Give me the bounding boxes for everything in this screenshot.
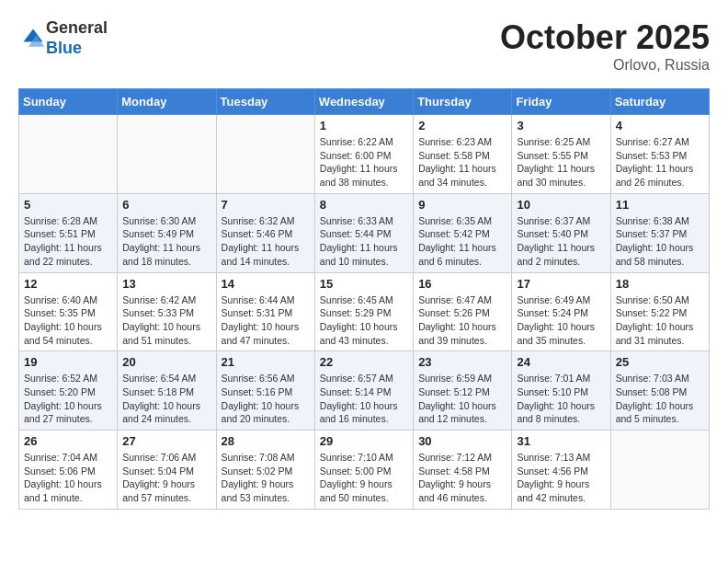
- day-number: 6: [122, 198, 210, 212]
- day-info: Sunrise: 6:56 AM Sunset: 5:16 PM Dayligh…: [222, 372, 310, 426]
- day-info: Sunrise: 6:22 AM Sunset: 6:00 PM Dayligh…: [320, 135, 408, 190]
- day-info: Sunrise: 6:40 AM Sunset: 5:35 PM Dayligh…: [24, 293, 112, 348]
- calendar: SundayMondayTuesdayWednesdayThursdayFrid…: [18, 88, 710, 510]
- week-row-5: 26Sunrise: 7:04 AM Sunset: 5:06 PM Dayli…: [19, 431, 710, 510]
- calendar-cell: [216, 115, 314, 194]
- day-number: 2: [418, 119, 506, 132]
- day-info: Sunrise: 6:37 AM Sunset: 5:40 PM Dayligh…: [517, 214, 605, 269]
- day-number: 26: [24, 434, 112, 448]
- calendar-cell: [19, 115, 118, 194]
- calendar-cell: 23Sunrise: 6:59 AM Sunset: 5:12 PM Dayli…: [414, 351, 512, 431]
- week-row-3: 12Sunrise: 6:40 AM Sunset: 5:35 PM Dayli…: [19, 272, 710, 351]
- day-number: 25: [616, 355, 704, 369]
- calendar-cell: 19Sunrise: 6:52 AM Sunset: 5:20 PM Dayli…: [19, 351, 118, 431]
- day-number: 19: [24, 355, 112, 369]
- day-info: Sunrise: 7:06 AM Sunset: 5:04 PM Dayligh…: [122, 451, 210, 505]
- weekday-header-thursday: Thursday: [414, 89, 512, 115]
- calendar-cell: 29Sunrise: 7:10 AM Sunset: 5:00 PM Dayli…: [314, 431, 413, 510]
- day-info: Sunrise: 6:23 AM Sunset: 5:58 PM Dayligh…: [418, 135, 506, 190]
- day-number: 10: [517, 198, 605, 212]
- week-row-4: 19Sunrise: 6:52 AM Sunset: 5:20 PM Dayli…: [19, 351, 710, 431]
- day-info: Sunrise: 6:25 AM Sunset: 5:55 PM Dayligh…: [517, 135, 605, 190]
- calendar-cell: 25Sunrise: 7:03 AM Sunset: 5:08 PM Dayli…: [610, 351, 709, 431]
- weekday-header-sunday: Sunday: [19, 89, 118, 115]
- day-number: 27: [122, 434, 210, 448]
- calendar-cell: 17Sunrise: 6:49 AM Sunset: 5:24 PM Dayli…: [512, 272, 610, 351]
- calendar-cell: 1Sunrise: 6:22 AM Sunset: 6:00 PM Daylig…: [314, 115, 413, 194]
- day-number: 8: [320, 198, 408, 212]
- week-row-1: 1Sunrise: 6:22 AM Sunset: 6:00 PM Daylig…: [19, 115, 710, 194]
- day-info: Sunrise: 6:44 AM Sunset: 5:31 PM Dayligh…: [222, 293, 310, 348]
- header: General Blue October 2025 Orlovo, Russia: [18, 18, 710, 74]
- location: Orlovo, Russia: [500, 57, 710, 74]
- day-number: 7: [222, 198, 310, 212]
- day-number: 9: [418, 198, 506, 212]
- calendar-cell: [610, 431, 709, 510]
- logo-blue: Blue: [46, 39, 82, 57]
- day-info: Sunrise: 6:50 AM Sunset: 5:22 PM Dayligh…: [616, 293, 704, 348]
- day-number: 30: [418, 434, 506, 448]
- calendar-cell: 4Sunrise: 6:27 AM Sunset: 5:53 PM Daylig…: [610, 115, 709, 194]
- calendar-cell: 16Sunrise: 6:47 AM Sunset: 5:26 PM Dayli…: [414, 272, 512, 351]
- calendar-cell: 3Sunrise: 6:25 AM Sunset: 5:55 PM Daylig…: [512, 115, 610, 194]
- calendar-cell: 10Sunrise: 6:37 AM Sunset: 5:40 PM Dayli…: [512, 193, 610, 272]
- day-info: Sunrise: 6:45 AM Sunset: 5:29 PM Dayligh…: [320, 293, 408, 348]
- day-number: 23: [418, 355, 506, 369]
- calendar-cell: 31Sunrise: 7:13 AM Sunset: 4:56 PM Dayli…: [512, 431, 610, 510]
- day-number: 21: [222, 355, 310, 369]
- logo: General Blue: [18, 18, 108, 58]
- weekday-header-tuesday: Tuesday: [216, 89, 314, 115]
- day-info: Sunrise: 7:13 AM Sunset: 4:56 PM Dayligh…: [517, 451, 605, 505]
- calendar-cell: 30Sunrise: 7:12 AM Sunset: 4:58 PM Dayli…: [414, 431, 512, 510]
- day-number: 1: [320, 119, 408, 132]
- calendar-cell: 8Sunrise: 6:33 AM Sunset: 5:44 PM Daylig…: [314, 193, 413, 272]
- day-info: Sunrise: 7:04 AM Sunset: 5:06 PM Dayligh…: [24, 451, 112, 505]
- day-info: Sunrise: 6:54 AM Sunset: 5:18 PM Dayligh…: [122, 372, 210, 426]
- calendar-cell: 11Sunrise: 6:38 AM Sunset: 5:37 PM Dayli…: [610, 193, 709, 272]
- day-info: Sunrise: 6:52 AM Sunset: 5:20 PM Dayligh…: [24, 372, 112, 426]
- day-info: Sunrise: 6:28 AM Sunset: 5:51 PM Dayligh…: [24, 214, 112, 269]
- day-number: 16: [418, 277, 506, 291]
- day-info: Sunrise: 7:03 AM Sunset: 5:08 PM Dayligh…: [616, 372, 704, 426]
- day-info: Sunrise: 7:08 AM Sunset: 5:02 PM Dayligh…: [222, 451, 310, 505]
- day-info: Sunrise: 6:27 AM Sunset: 5:53 PM Dayligh…: [616, 135, 704, 190]
- weekday-header-wednesday: Wednesday: [314, 89, 413, 115]
- day-info: Sunrise: 6:32 AM Sunset: 5:46 PM Dayligh…: [222, 214, 310, 269]
- day-info: Sunrise: 6:49 AM Sunset: 5:24 PM Dayligh…: [517, 293, 605, 348]
- calendar-cell: 18Sunrise: 6:50 AM Sunset: 5:22 PM Dayli…: [610, 272, 709, 351]
- day-info: Sunrise: 6:47 AM Sunset: 5:26 PM Dayligh…: [418, 293, 506, 348]
- calendar-cell: 24Sunrise: 7:01 AM Sunset: 5:10 PM Dayli…: [512, 351, 610, 431]
- calendar-cell: 15Sunrise: 6:45 AM Sunset: 5:29 PM Dayli…: [314, 272, 413, 351]
- day-number: 4: [616, 119, 704, 132]
- day-number: 14: [222, 277, 310, 291]
- day-number: 24: [517, 355, 605, 369]
- week-row-2: 5Sunrise: 6:28 AM Sunset: 5:51 PM Daylig…: [19, 193, 710, 272]
- day-info: Sunrise: 7:12 AM Sunset: 4:58 PM Dayligh…: [418, 451, 506, 505]
- day-number: 11: [616, 198, 704, 212]
- month-title: October 2025: [500, 18, 710, 57]
- calendar-cell: 7Sunrise: 6:32 AM Sunset: 5:46 PM Daylig…: [216, 193, 314, 272]
- day-number: 5: [24, 198, 112, 212]
- day-number: 22: [320, 355, 408, 369]
- day-info: Sunrise: 6:42 AM Sunset: 5:33 PM Dayligh…: [122, 293, 210, 348]
- weekday-header-monday: Monday: [118, 89, 216, 115]
- logo-general: General: [46, 18, 108, 37]
- day-info: Sunrise: 6:59 AM Sunset: 5:12 PM Dayligh…: [418, 372, 506, 426]
- day-number: 18: [616, 277, 704, 291]
- calendar-cell: 2Sunrise: 6:23 AM Sunset: 5:58 PM Daylig…: [414, 115, 512, 194]
- calendar-cell: 28Sunrise: 7:08 AM Sunset: 5:02 PM Dayli…: [216, 431, 314, 510]
- day-number: 31: [517, 434, 605, 448]
- page: General Blue October 2025 Orlovo, Russia…: [0, 0, 728, 528]
- calendar-cell: 20Sunrise: 6:54 AM Sunset: 5:18 PM Dayli…: [118, 351, 216, 431]
- day-number: 15: [320, 277, 408, 291]
- day-info: Sunrise: 6:38 AM Sunset: 5:37 PM Dayligh…: [616, 214, 704, 269]
- weekday-header-friday: Friday: [512, 89, 610, 115]
- title-block: October 2025 Orlovo, Russia: [500, 18, 710, 74]
- calendar-cell: 9Sunrise: 6:35 AM Sunset: 5:42 PM Daylig…: [414, 193, 512, 272]
- day-info: Sunrise: 7:01 AM Sunset: 5:10 PM Dayligh…: [517, 372, 605, 426]
- day-info: Sunrise: 6:33 AM Sunset: 5:44 PM Dayligh…: [320, 214, 408, 269]
- calendar-cell: [118, 115, 216, 194]
- day-number: 29: [320, 434, 408, 448]
- day-info: Sunrise: 7:10 AM Sunset: 5:00 PM Dayligh…: [320, 451, 408, 505]
- weekday-header-saturday: Saturday: [610, 89, 709, 115]
